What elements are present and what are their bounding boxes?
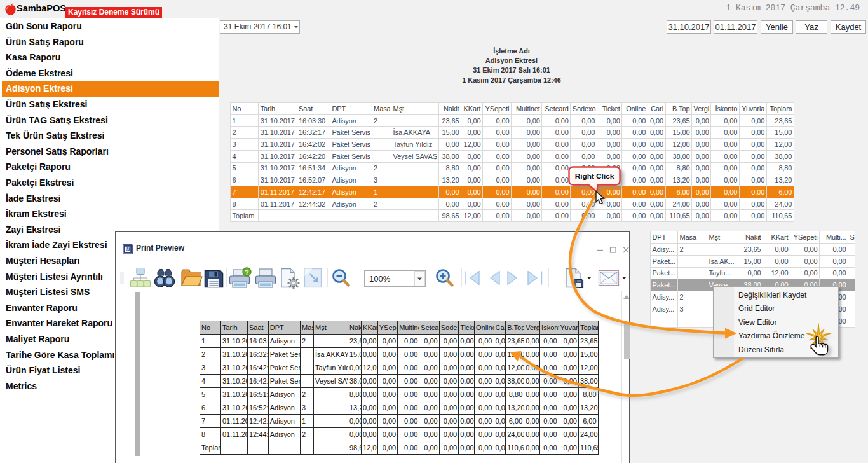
svg-text:100%: 100% [369,274,391,284]
svg-text:?: ? [245,269,248,276]
